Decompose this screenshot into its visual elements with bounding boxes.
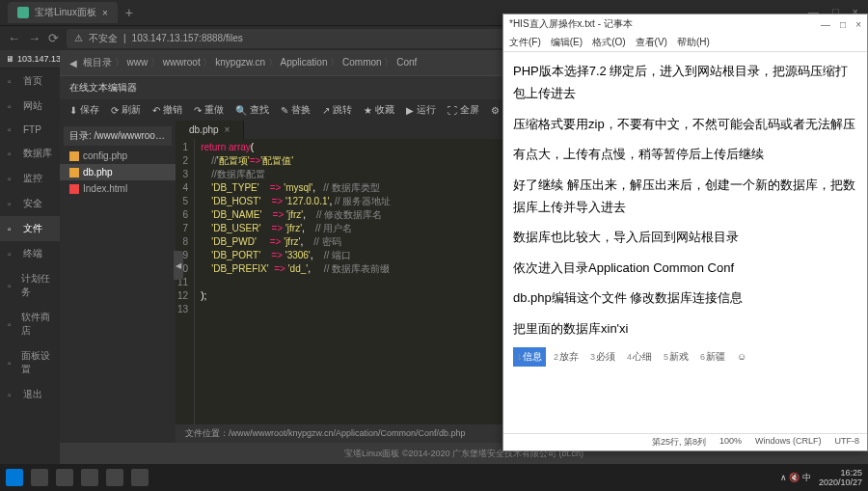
sidebar-item[interactable]: ▫面板设置 — [0, 343, 60, 382]
sidebar-item[interactable]: ▫网站 — [0, 94, 60, 119]
explorer-icon[interactable] — [56, 469, 73, 486]
ime-candidate[interactable]: 5新戏 — [660, 347, 692, 367]
chrome-icon[interactable] — [81, 469, 98, 486]
sidebar-item[interactable]: ▫数据库 — [0, 141, 60, 166]
ime-candidate[interactable]: 2放弃 — [550, 347, 583, 367]
notepad-menu: 文件(F) 编辑(E) 格式(O) 查看(V) 帮助(H) — [503, 34, 867, 52]
new-tab-button[interactable]: + — [125, 5, 133, 20]
file-icon — [69, 184, 79, 194]
ime-candidate[interactable]: 1信息 — [513, 347, 546, 367]
notepad-line: 把里面的数据库xin'xi — [513, 317, 857, 340]
run-button[interactable]: ▶ 运行 — [406, 103, 436, 117]
tab-favicon — [17, 7, 29, 18]
taskbar: ∧ 🔇 中 16:252020/10/27 — [0, 464, 868, 491]
replace-button[interactable]: ✎ 替换 — [281, 103, 311, 117]
close-tab-icon[interactable]: × — [225, 124, 231, 135]
nav-icon: ▫ — [8, 124, 18, 135]
nav-icon: ▫ — [8, 224, 18, 234]
file-tree: 目录: /www/wwwroot/knypgzw.cn/Ap... config… — [60, 121, 176, 443]
nav-icon: ▫ — [8, 390, 18, 400]
nav-icon: ▫ — [8, 101, 18, 112]
sidebar-item[interactable]: ▫终端 — [0, 241, 60, 266]
notepad-line: 数据库也比较大，导入后回到网站根目录 — [513, 226, 857, 248]
browser-tab[interactable]: 宝塔Linux面板 × — [8, 2, 118, 23]
np-minimize-icon[interactable]: — — [821, 19, 830, 30]
forward-button[interactable]: → — [28, 31, 41, 45]
menu-view[interactable]: 查看(V) — [636, 36, 667, 49]
fullscreen-button[interactable]: ⛶ 全屏 — [448, 103, 479, 117]
ime-candidate[interactable]: 6新疆 — [696, 347, 729, 367]
start-button[interactable] — [6, 469, 23, 486]
code-tab[interactable]: db.php × — [176, 121, 244, 139]
sidebar-item[interactable]: ▫安全 — [0, 191, 60, 216]
reload-button[interactable]: ⟳ — [48, 31, 59, 45]
breadcrumb-item[interactable]: wwwroot — [163, 57, 201, 68]
back-button[interactable]: ← — [8, 31, 20, 45]
fav-button[interactable]: ★ 收藏 — [364, 103, 394, 117]
nav-icon: ▫ — [8, 319, 16, 330]
nav-icon: ▫ — [8, 249, 18, 259]
notepad-title: *HIS直入屏操作x.txt - 记事本 — [509, 17, 633, 31]
system-tray[interactable]: ∧ 🔇 中 16:252020/10/27 — [780, 464, 862, 491]
file-tree-item[interactable]: config.php — [60, 148, 176, 164]
breadcrumb-item[interactable]: Common — [342, 57, 382, 68]
back-icon[interactable]: ◀ — [69, 58, 77, 68]
ime-candidate[interactable]: 3必须 — [586, 347, 619, 367]
sidebar-item[interactable]: ▫文件 — [0, 216, 60, 241]
nav-icon: ▫ — [8, 149, 18, 159]
file-icon — [69, 151, 79, 161]
notepad-body[interactable]: PHP版本选择7.2 绑定后，进入到网站根目录，把源码压缩打包上传进去压缩格式要… — [503, 52, 867, 433]
sidebar-item[interactable]: ▫退出 — [0, 382, 60, 407]
find-button[interactable]: 🔍 查找 — [235, 103, 269, 117]
notepad-line: 有点大，上传有点慢，稍等暂停后上传后继续 — [513, 143, 857, 165]
monitor-icon: 🖥 — [6, 54, 14, 64]
ime-candidates[interactable]: 1信息2放弃3必须4心细5新戏6新疆☺ — [513, 347, 857, 367]
notepad-line: PHP版本选择7.2 绑定后，进入到网站根目录，把源码压缩打包上传进去 — [513, 60, 857, 105]
nav-icon: ▫ — [8, 199, 18, 209]
save-button[interactable]: ⬇ 保存 — [69, 103, 99, 117]
tray-indicator[interactable]: ∧ 🔇 中 — [780, 472, 811, 484]
menu-format[interactable]: 格式(O) — [592, 36, 625, 49]
app2-icon[interactable] — [131, 469, 149, 486]
sidebar-item[interactable]: ▫FTP — [0, 119, 60, 141]
taskview-icon[interactable] — [31, 469, 48, 486]
file-icon — [69, 168, 79, 177]
undo-button[interactable]: ↶ 撤销 — [152, 103, 182, 117]
notepad-window: *HIS直入屏操作x.txt - 记事本 — □ × 文件(F) 编辑(E) 格… — [502, 14, 868, 451]
collapse-handle[interactable]: ◀ — [174, 251, 183, 280]
refresh-button[interactable]: ⟳ 刷新 — [111, 103, 141, 117]
insecure-icon: ⚠ — [74, 33, 83, 43]
jump-button[interactable]: ↗ 跳转 — [322, 103, 352, 117]
notepad-statusbar: 第25行, 第8列 100% Windows (CRLF) UTF-8 — [503, 433, 867, 450]
notepad-line: 压缩格式要用zip，不要有中文，不然可能会乱码或者无法解压 — [513, 113, 857, 135]
sidebar-item[interactable]: ▫监控 — [0, 166, 60, 191]
nav-icon: ▫ — [8, 76, 18, 87]
panel-sidebar: 🖥 103.147.13.197 0 ▫首页▫网站▫FTP▫数据库▫监控▫安全▫… — [0, 50, 60, 464]
ime-emoji-icon[interactable]: ☺ — [733, 347, 750, 367]
sidebar-item[interactable]: ▫软件商店 — [0, 305, 60, 343]
nav-icon: ▫ — [8, 358, 16, 368]
redo-button[interactable]: ↷ 重做 — [194, 103, 224, 117]
ime-candidate[interactable]: 4心细 — [623, 347, 656, 367]
breadcrumb-item[interactable]: 根目录 — [83, 57, 112, 68]
np-maximize-icon[interactable]: □ — [840, 19, 846, 30]
file-tree-path[interactable]: 目录: /www/wwwroot/knypgzw.cn/Ap... — [64, 126, 172, 146]
menu-edit[interactable]: 编辑(E) — [551, 36, 583, 49]
tab-title: 宝塔Linux面板 — [35, 6, 96, 19]
url-text: 103.147.13.157:8888/files — [132, 33, 243, 43]
breadcrumb-item[interactable]: knypgzw.cn — [215, 57, 265, 68]
file-tree-item[interactable]: db.php — [60, 164, 176, 180]
breadcrumb-item[interactable]: Application — [281, 57, 328, 68]
notepad-line: db.php编辑这个文件 修改数据库连接信息 — [513, 286, 857, 309]
tab-close-icon[interactable]: × — [102, 8, 108, 18]
breadcrumb-item[interactable]: www — [127, 57, 149, 68]
menu-help[interactable]: 帮助(H) — [677, 36, 710, 49]
app-icon[interactable] — [106, 469, 123, 486]
menu-file[interactable]: 文件(F) — [509, 36, 541, 49]
server-ip[interactable]: 🖥 103.147.13.197 0 — [0, 50, 60, 68]
sidebar-item[interactable]: ▫首页 — [0, 68, 60, 94]
file-tree-item[interactable]: Index.html — [60, 180, 176, 197]
np-close-icon[interactable]: × — [855, 19, 861, 30]
breadcrumb-item[interactable]: Conf — [396, 57, 417, 68]
sidebar-item[interactable]: ▫计划任务 — [0, 266, 60, 305]
